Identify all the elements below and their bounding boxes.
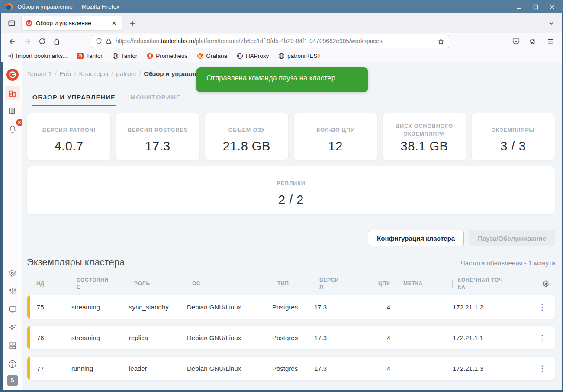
column-header-version[interactable]: ВЕРСИЯ	[314, 277, 352, 290]
table-settings-gear-icon[interactable]	[531, 280, 555, 288]
bookmark-haproxy[interactable]: HAProxy	[237, 53, 269, 59]
row-menu-kebab-icon[interactable]: ⋮	[535, 332, 550, 344]
home-icon[interactable]	[50, 35, 63, 48]
stat-card-cpu-count: КОЛ-ВО ЦПУ 12	[293, 113, 377, 161]
column-header-endpoint[interactable]: КОНЕЧНАЯ ТОЧ-КА	[452, 277, 531, 290]
tracking-shield-icon[interactable]	[96, 38, 102, 45]
toast-message: Отправлена команда пауза на кластер	[206, 74, 335, 82]
cell-endpoint: 172.21.1.3	[453, 365, 531, 372]
column-header-id[interactable]: ИД	[36, 280, 71, 287]
pause-maintenance-button: Пауза/Обслуживание	[469, 230, 555, 246]
sidebar-item-clusters[interactable]	[5, 86, 20, 100]
minimize-button[interactable]	[513, 2, 526, 12]
bookmark-import[interactable]: Import bookmarks...	[7, 53, 68, 59]
cell-cpu: 4	[353, 334, 398, 341]
sliders-icon[interactable]	[5, 284, 20, 299]
app-menu-hamburger-icon[interactable]	[544, 35, 557, 48]
instances-title: Экземпляры кластера	[27, 257, 125, 268]
bookmark-star-icon[interactable]	[438, 38, 444, 45]
list-all-tabs-chevron-icon[interactable]	[545, 17, 558, 30]
firefox-view-icon[interactable]	[5, 17, 18, 30]
url-text: https://education.tantorlabs.ru/platform…	[116, 38, 434, 45]
window-title: Обзор и управление — Mozilla Firefox	[17, 3, 513, 10]
column-header-role[interactable]: РОЛЬ	[129, 280, 187, 288]
app-sidebar: 8 S	[3, 62, 22, 390]
row-menu-kebab-icon[interactable]: ⋮	[535, 363, 550, 374]
url-bar[interactable]: https://education.tantorlabs.ru/platform…	[91, 35, 449, 48]
column-header-cpu[interactable]: ЦПУ	[352, 280, 398, 288]
breadcrumb-tenant[interactable]: Tenant 1	[27, 70, 52, 77]
breadcrumb-patroni[interactable]: patroni	[116, 70, 136, 77]
instances-table-header: ИД СОСТОЯНИЕ РОЛЬ ОС ТИП ВЕРСИЯ ЦПУ МЕТК…	[27, 273, 555, 295]
breadcrumb-edu[interactable]: Edu	[60, 70, 71, 77]
sidebar-item-notifications[interactable]: 8	[5, 122, 20, 137]
cell-type: Postgres	[272, 303, 314, 311]
column-header-label[interactable]: МЕТКА	[398, 280, 452, 288]
tab-overview-management[interactable]: ОБЗОР И УПРАВЛЕНИЕ	[32, 94, 116, 106]
column-header-os[interactable]: ОС	[187, 280, 272, 288]
cell-id: 77	[37, 365, 71, 372]
maximize-button[interactable]	[529, 2, 542, 12]
toast-notification: Отправлена команда пауза на кластер	[196, 67, 368, 92]
grafana-icon	[197, 53, 203, 59]
bookmark-tantor-site[interactable]: Tantor	[112, 53, 138, 59]
bookmark-patronirest[interactable]: patroniREST	[278, 53, 321, 59]
bookmark-prometheus[interactable]: Prometheus	[147, 53, 187, 59]
firefox-logo-icon	[5, 3, 13, 11]
settings-gear-icon[interactable]	[5, 266, 20, 280]
row-menu-kebab-icon[interactable]: ⋮	[535, 301, 550, 313]
globe-icon	[278, 53, 285, 59]
cluster-configuration-button[interactable]: Конфигурация кластера	[368, 230, 464, 246]
cell-id: 76	[37, 334, 71, 341]
user-avatar[interactable]: S	[7, 375, 18, 386]
tab-favicon-tantor-icon	[26, 20, 32, 27]
connection-lock-icon[interactable]	[106, 38, 112, 45]
cell-role: leader	[129, 365, 187, 372]
pocket-icon[interactable]	[509, 35, 522, 48]
help-icon[interactable]	[5, 357, 20, 371]
tab-close-icon[interactable]: ✕	[110, 19, 118, 27]
bookmark-grafana[interactable]: Grafana	[197, 53, 227, 59]
monitor-icon[interactable]	[5, 302, 20, 317]
cell-endpoint: 172.21.1.2	[453, 303, 531, 311]
column-header-type[interactable]: ТИП	[272, 280, 314, 288]
apps-grid-icon[interactable]	[5, 338, 20, 353]
new-tab-button[interactable]	[126, 17, 139, 30]
tab-monitoring[interactable]: МОНИТОРИНГ	[130, 94, 180, 106]
cell-role: sync_standby	[129, 303, 187, 311]
cell-state: streaming	[71, 303, 129, 311]
stat-card-ram: ОБЪЕМ ОЗУ 21.8 GB	[205, 113, 289, 161]
stat-card-patroni-version: ВЕРСИЯ PATRONI 4.0.7	[27, 113, 111, 161]
browser-tab[interactable]: Обзор и управление ✕	[22, 16, 122, 30]
window-titlebar: Обзор и управление — Mozilla Firefox	[0, 0, 563, 13]
sparkle-ai-icon[interactable]	[5, 320, 20, 335]
cell-version: 17.3	[314, 334, 353, 341]
cell-type: Postgres	[272, 334, 314, 341]
tantor-logo-icon[interactable]	[5, 67, 20, 82]
breadcrumb-clusters[interactable]: Кластеры	[79, 70, 109, 77]
cell-version: 17.3	[314, 365, 353, 372]
tab-strip: Обзор и управление ✕	[1, 13, 562, 33]
cell-state: running	[71, 365, 129, 372]
cell-os: Debian GNU/Linux	[187, 365, 272, 372]
globe-icon	[237, 53, 243, 59]
cell-cpu: 4	[353, 303, 398, 311]
cell-id: 75	[37, 303, 71, 311]
back-icon[interactable]	[6, 35, 19, 48]
table-row: 76 streaming replica Debian GNU/Linux Po…	[27, 325, 555, 350]
cell-version: 17.3	[314, 303, 353, 311]
cell-type: Postgres	[272, 365, 314, 372]
close-button[interactable]	[546, 2, 559, 12]
sidebar-item-documentation[interactable]	[5, 104, 20, 118]
globe-icon	[112, 53, 119, 59]
cell-endpoint: 172.21.1.1	[453, 334, 531, 341]
bookmark-tantor-app[interactable]: Tantor	[77, 53, 103, 59]
page-tabs: ОБЗОР И УПРАВЛЕНИЕ МОНИТОРИНГ	[32, 94, 555, 106]
extensions-puzzle-icon[interactable]	[527, 35, 540, 48]
instances-section-header: Экземпляры кластера Частота обновления -…	[27, 257, 555, 268]
refresh-frequency-note: Частота обновления - 1 минута	[461, 259, 555, 267]
tab-title: Обзор и управление	[36, 20, 106, 26]
forward-icon[interactable]	[21, 35, 34, 48]
reload-icon[interactable]	[35, 35, 48, 48]
column-header-state[interactable]: СОСТОЯНИЕ	[71, 277, 129, 290]
